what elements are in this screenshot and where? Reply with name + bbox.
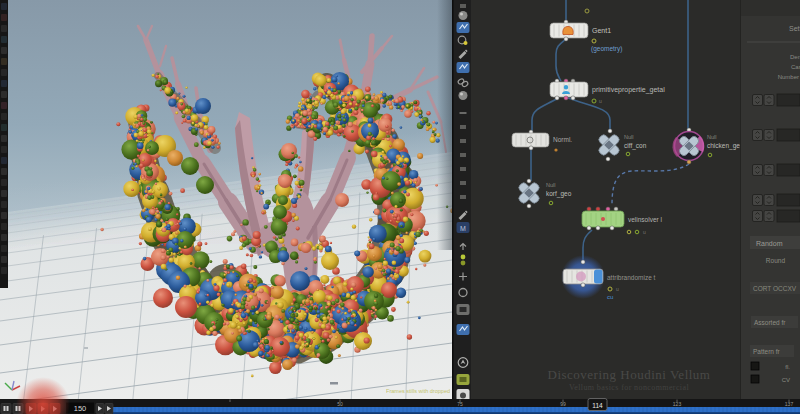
svg-text:primitivepropertie_getal: primitivepropertie_getal <box>592 86 665 94</box>
svg-text:Norml.: Norml. <box>553 136 572 143</box>
svg-text:CV: CV <box>782 377 790 383</box>
svg-text:attribrandomize t: attribrandomize t <box>607 274 656 281</box>
svg-text:137: 137 <box>785 401 794 407</box>
svg-text:CORT OCCXV: CORT OCCXV <box>753 285 797 292</box>
svg-text:123: 123 <box>673 401 682 407</box>
svg-text:Null: Null <box>546 182 555 188</box>
svg-text:velinsolver l: velinsolver l <box>628 216 663 223</box>
svg-text:Vellum basics for noncommercia: Vellum basics for noncommercial <box>569 383 690 392</box>
svg-text:Discovering Houdini Vellum: Discovering Houdini Vellum <box>548 367 711 382</box>
svg-text:chicken_geo: chicken_geo <box>707 142 744 150</box>
svg-text:u: u <box>616 286 619 292</box>
svg-text:Gent1: Gent1 <box>592 27 611 34</box>
svg-text:Dens: Dens <box>790 54 800 60</box>
svg-text:M: M <box>460 225 466 232</box>
svg-text:Setti: Setti <box>789 25 800 32</box>
svg-text:Null: Null <box>707 134 716 140</box>
svg-text:Card: Card <box>791 64 800 70</box>
svg-text:150: 150 <box>74 404 87 413</box>
svg-text:cu: cu <box>607 294 613 300</box>
svg-text:Null: Null <box>624 134 633 140</box>
svg-text:Number o: Number o <box>778 74 800 80</box>
svg-text:75: 75 <box>457 401 463 407</box>
svg-text:114: 114 <box>592 402 603 409</box>
svg-text:Random: Random <box>756 240 783 247</box>
svg-text:u: u <box>599 98 602 104</box>
svg-text:korf_geo: korf_geo <box>546 190 572 198</box>
svg-text:(geometry): (geometry) <box>591 45 622 53</box>
svg-text:Assorted fr: Assorted fr <box>754 319 786 326</box>
svg-text:Frames stills with dropped: Frames stills with dropped <box>386 388 450 394</box>
svg-text:u: u <box>643 229 646 235</box>
svg-text:ciff_con: ciff_con <box>624 142 647 150</box>
svg-text:Pattern fr: Pattern fr <box>753 348 781 355</box>
svg-text:fl.: fl. <box>785 364 790 370</box>
svg-text:99: 99 <box>560 401 566 407</box>
svg-text:Round: Round <box>766 257 786 264</box>
svg-text:50: 50 <box>337 401 343 407</box>
